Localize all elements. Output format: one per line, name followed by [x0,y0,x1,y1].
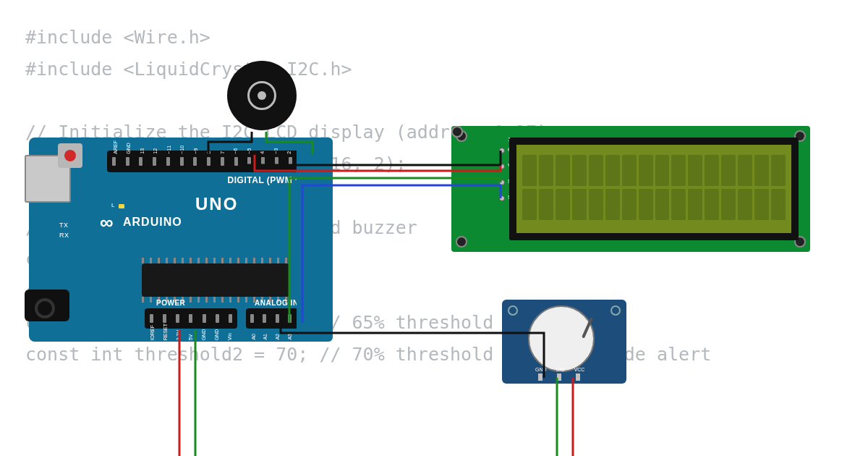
silk-analog: ANALOG IN [255,299,299,307]
reset-button[interactable] [58,143,82,168]
silk-uno: UNO [195,194,238,214]
analog-pin-labels: A0A1A2A3A4A5 [247,334,320,340]
lcd-bezel [509,138,799,240]
buzzer-hole-icon [258,91,266,100]
silk-digital: DIGITAL (PWM ~) [228,175,304,185]
piezo-buzzer[interactable] [227,61,297,130]
silk-tx: TX [59,221,69,229]
lcd-screen [516,145,791,233]
atmega-chip [142,263,289,297]
l-led [119,204,124,208]
sensor-pin-header[interactable] [538,373,580,381]
silk-arduino: ARDUINO [123,216,182,229]
sensor-module[interactable]: GND SIG VCC [502,300,626,384]
silk-power: POWER [156,299,185,307]
lcd-row-0 [522,155,786,186]
digital-pin-labels: AREFGND1312~11~10~987~6~54~32TX→1RX←0 [109,139,323,154]
sensor-pin-labels: GND SIG VCC [535,367,584,372]
analog-pin-header[interactable] [246,308,321,329]
barrel-jack [25,290,69,321]
sensor-knob[interactable] [528,305,595,372]
silk-rx: RX [59,232,69,239]
lcd-pin-header[interactable] [499,148,505,201]
arduino-uno-board[interactable]: AREFGND1312~11~10~987~6~54~32TX→1RX←0 IO… [29,138,333,342]
lcd-i2c-module[interactable]: 1 GND VCC SDA SCL [451,126,810,252]
power-pin-labels: IOREFRESET3.3V5VGNDGNDVin [146,324,236,340]
lcd-row-1 [522,189,786,220]
l-label: L [111,202,114,208]
